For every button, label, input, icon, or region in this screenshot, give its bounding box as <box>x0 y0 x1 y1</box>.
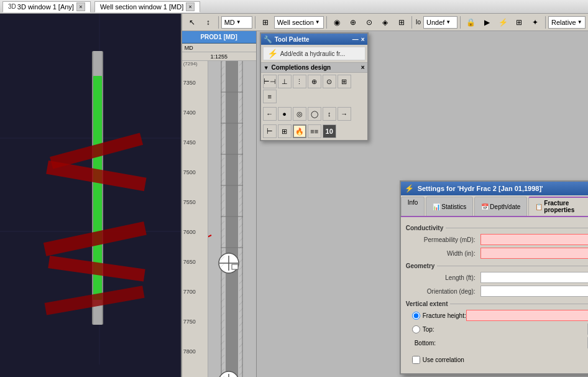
toolbar-undef-dropdown[interactable]: Undef ▼ <box>423 16 457 29</box>
width-row: Width (in): <box>406 248 588 259</box>
toolbar-btn-arrow[interactable]: ↖ <box>185 16 200 29</box>
geometry-section-label: Geometry <box>406 263 588 269</box>
svg-rect-31 <box>239 61 243 377</box>
palette-tools-row3: ⊢ ⊞ 🔥 ≡≡ 10 <box>261 123 367 140</box>
well-section-panel: ↖ ↕ MD ▼ ⊞ Well section ▼ ◉ ⊕ ⊙ ◈ ⊞ Io U… <box>182 14 588 377</box>
width-input[interactable] <box>480 248 588 259</box>
frac-height-radio[interactable] <box>412 312 420 320</box>
orientation-row: Orientation (deg): <box>406 286 588 297</box>
palette-tool-3[interactable]: ⋮ <box>293 75 306 88</box>
tab-statistics[interactable]: 📊 Statistics <box>426 197 473 216</box>
palette-close-btn[interactable]: × <box>361 36 365 43</box>
tab-3d-window[interactable]: 3D 3D window 1 [Any] × <box>2 1 91 12</box>
use-correlation-row: Use correlation ☀ 🌸 <box>412 351 588 368</box>
well-track-scale: 1:1255 <box>182 52 256 61</box>
palette-tool-18[interactable]: 10 <box>323 124 336 138</box>
palette-tool-7[interactable]: ≡ <box>263 90 277 103</box>
toolbar-io-label: Io <box>416 19 421 26</box>
dialog-content: Conductivity Permeability (mD): Width (i… <box>401 217 588 373</box>
tool-palette: 🔧 Tool Palette — × ⚡ Add/edit a hydrauli… <box>260 32 369 141</box>
toolbar-btn-icon2[interactable]: ◉ <box>329 16 344 29</box>
toolbar-relative-dropdown[interactable]: Relative ▼ <box>548 16 586 29</box>
palette-tool-fire[interactable]: 🔥 <box>293 124 306 138</box>
orientation-input[interactable] <box>480 286 588 297</box>
palette-title-bar: 🔧 Tool Palette — × <box>261 34 367 45</box>
toolbar-md-dropdown[interactable]: MD ▼ <box>221 16 252 29</box>
palette-tool-14[interactable]: ⊢ <box>263 124 277 138</box>
palette-tool-1[interactable]: ⊢⊣ <box>263 75 277 88</box>
toolbar-wellsection-dropdown[interactable]: Well section ▼ <box>274 16 324 29</box>
palette-tool-13[interactable]: → <box>338 107 351 121</box>
top-radio[interactable] <box>412 325 420 333</box>
settings-dialog: ⚡ Settings for 'Hydr Frac 2 [Jan 01,1998… <box>400 180 588 375</box>
toolbar-sep-1 <box>218 16 219 29</box>
palette-tool-5[interactable]: ⊙ <box>323 75 336 88</box>
frac-height-label: Fracture height: <box>423 312 466 319</box>
conductivity-section-label: Conductivity <box>406 225 588 231</box>
svg-rect-30 <box>221 61 224 377</box>
orientation-label: Orientation (deg): <box>406 288 480 295</box>
3d-scene[interactable] <box>0 14 181 365</box>
palette-tool-17[interactable]: ≡≡ <box>308 124 321 138</box>
length-input[interactable] <box>480 272 588 283</box>
palette-tool-8[interactable]: ← <box>263 107 277 121</box>
tab-fracture-properties[interactable]: 📋 Fracture properties <box>528 197 588 216</box>
bottom-label: Bottom: <box>415 340 452 347</box>
toolbar-sep-5 <box>460 16 461 29</box>
toolbar-btn-play[interactable]: ▶ <box>479 16 494 29</box>
palette-tool-11[interactable]: ◯ <box>308 107 321 121</box>
palette-tool-4[interactable]: ⊕ <box>308 75 321 88</box>
3d-window-title: 3D window 1 [Any] <box>17 3 74 11</box>
permeability-input[interactable] <box>480 234 588 245</box>
toolbar-btn-icons2[interactable]: ⊞ <box>512 16 526 29</box>
palette-min-btn[interactable]: — <box>352 36 359 43</box>
toolbar-btn-icon5[interactable]: ◈ <box>378 16 393 29</box>
toolbar-btn-cursor[interactable]: ↕ <box>201 16 216 29</box>
palette-section-close[interactable]: × <box>361 64 365 71</box>
well-track-header: PROD1 [MD] <box>182 31 256 44</box>
palette-tool-12[interactable]: ↕ <box>323 107 336 121</box>
frac-height-row: Fracture height: <box>406 310 588 321</box>
palette-action-btn[interactable]: ⚡ Add/edit a hydraulic fr... <box>263 47 365 60</box>
length-label: Length (ft): <box>406 274 480 281</box>
top-row: Top: ▼ <box>406 323 588 335</box>
palette-tool-10[interactable]: ◎ <box>293 107 306 121</box>
tab-info[interactable]: Info <box>401 197 425 216</box>
toolbar-btn-icon4[interactable]: ⊙ <box>362 16 377 29</box>
toolbar-btn-icon6[interactable]: ⊞ <box>394 16 409 29</box>
wellsection-dropdown-arrow: ▼ <box>315 19 320 25</box>
toolbar-btn-icons3[interactable]: ✦ <box>528 16 543 29</box>
frac-height-input[interactable] <box>466 310 588 321</box>
close-well-section[interactable]: × <box>186 2 195 11</box>
palette-tools-row1: ⊢⊣ ⊥ ⋮ ⊕ ⊙ ⊞ ≡ <box>261 73 367 105</box>
permeability-label: Permeability (mD): <box>406 236 480 243</box>
permeability-row: Permeability (mD): <box>406 234 588 245</box>
toolbar-btn-icon3[interactable]: ⊕ <box>346 16 361 29</box>
bottom-row: Bottom: ▼ <box>412 337 588 348</box>
width-label: Width (in): <box>406 250 480 257</box>
toolbar-btn-lock[interactable]: 🔒 <box>463 16 478 29</box>
palette-tool-15[interactable]: ⊞ <box>278 124 292 138</box>
tab-depth-date[interactable]: 📅 Depth/date <box>474 197 527 216</box>
well-tube <box>208 61 256 377</box>
toolbar-sep-3 <box>326 16 327 29</box>
palette-tools-row2: ← ● ◎ ◯ ↕ → <box>261 105 367 123</box>
palette-tool-2[interactable]: ⊥ <box>278 75 292 88</box>
top-label: Top: <box>423 326 434 333</box>
palette-tool-6[interactable]: ⊞ <box>338 75 351 88</box>
md-dropdown-arrow: ▼ <box>236 19 241 25</box>
svg-rect-14 <box>226 61 238 377</box>
use-correlation-checkbox[interactable] <box>412 356 420 364</box>
palette-tool-9[interactable]: ● <box>278 107 292 121</box>
dialog-tabs: Info 📊 Statistics 📅 Depth/date 📋 Fr <box>401 195 588 217</box>
dialog-title-bar: ⚡ Settings for 'Hydr Frac 2 [Jan 01,1998… <box>401 182 588 195</box>
well-section-title: Well section window 1 [MD] <box>100 3 183 11</box>
palette-section-header: ▼ Completions design × <box>261 62 367 73</box>
close-3d-window[interactable]: × <box>76 2 85 11</box>
well-content-area: PROD1 [MD] MD 1:1255 (7294) 7350 7400 74… <box>182 31 588 377</box>
toolbar-btn-icons[interactable]: ⚡ <box>495 16 510 29</box>
toolbar-btn-icon1[interactable]: ⊞ <box>258 16 273 29</box>
tab-well-section[interactable]: Well section window 1 [MD] × <box>94 1 200 12</box>
undef-dropdown-arrow: ▼ <box>446 19 451 25</box>
well-section-toolbar: ↖ ↕ MD ▼ ⊞ Well section ▼ ◉ ⊕ ⊙ ◈ ⊞ Io U… <box>182 14 588 31</box>
